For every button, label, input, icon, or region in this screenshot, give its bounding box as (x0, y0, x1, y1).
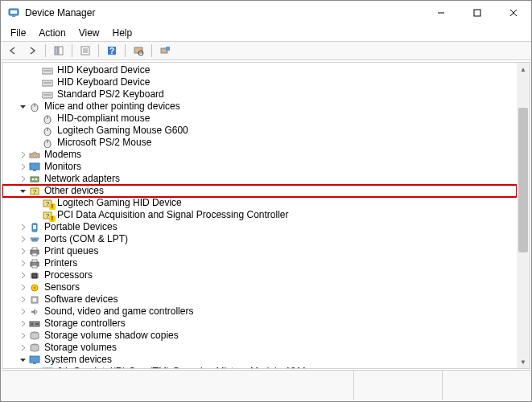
window-title: Device Manager (25, 7, 95, 18)
svg-rect-55 (32, 265, 37, 268)
chevron-right-icon[interactable] (17, 258, 28, 269)
tree-category-system-devices[interactable]: System devices (2, 354, 517, 366)
menu-action[interactable]: Action (32, 26, 72, 40)
sound-icon (28, 306, 41, 318)
tree-item-pci-data-acq[interactable]: ? PCI Data Acquisition and Signal Proces… (2, 209, 517, 221)
toolbar-separator (45, 44, 46, 57)
show-hide-tree-button[interactable] (50, 43, 68, 59)
toolbar-separator (151, 44, 152, 57)
minimize-button[interactable] (423, 1, 459, 25)
mouse-icon (28, 101, 41, 113)
titlebar: Device Manager (1, 1, 531, 25)
forward-button[interactable] (23, 43, 41, 59)
chevron-down-icon[interactable] (17, 101, 28, 113)
add-legacy-hardware-button[interactable] (156, 43, 174, 59)
svg-rect-66 (33, 298, 36, 302)
device-tree[interactable]: HID Keyboard Device HID Keyboard Device … (2, 63, 517, 368)
svg-rect-69 (35, 323, 39, 325)
tree-item-logitech-g600[interactable]: Logitech Gaming Mouse G600 (2, 125, 517, 137)
tree-item-label: Network adapters (44, 173, 120, 185)
scroll-thumb[interactable] (518, 108, 528, 252)
unknown-device-icon: ? (41, 210, 54, 221)
keyboard-icon (41, 65, 54, 76)
tree-item-hid-keyboard[interactable]: HID Keyboard Device (2, 76, 517, 88)
chevron-right-icon[interactable] (17, 294, 28, 306)
svg-rect-52 (32, 253, 37, 256)
chevron-right-icon[interactable] (17, 306, 28, 318)
chevron-right-icon[interactable] (17, 246, 28, 257)
tree-item-hid-keyboard[interactable]: HID Keyboard Device (2, 64, 517, 76)
tree-category-print-queues[interactable]: Print queues (2, 245, 517, 257)
tree-category-monitors[interactable]: Monitors (2, 161, 517, 173)
tree-item-logitech-hid[interactable]: ? Logitech Gaming HID Device (2, 197, 517, 209)
tree-item-label: Storage volume shadow copies (44, 330, 179, 342)
chevron-right-icon[interactable] (17, 282, 28, 293)
modem-icon (28, 150, 41, 161)
printer-icon (28, 246, 41, 257)
chevron-right-icon[interactable] (17, 318, 28, 330)
tree-category-ports[interactable]: Ports (COM & LPT) (2, 233, 517, 245)
tree-category-printers[interactable]: Printers (2, 257, 517, 269)
tree-category-processors[interactable]: Processors (2, 269, 517, 281)
scan-hardware-button[interactable] (130, 43, 147, 59)
chevron-right-icon[interactable] (17, 222, 28, 233)
vertical-scrollbar[interactable]: ▲ ▼ (517, 63, 530, 368)
menu-help[interactable]: Help (106, 26, 139, 40)
monitor-icon (28, 162, 41, 173)
menu-file[interactable]: File (4, 26, 32, 40)
svg-rect-46 (33, 225, 36, 229)
chevron-right-icon[interactable] (17, 162, 28, 173)
chevron-right-icon[interactable] (17, 343, 28, 354)
tree-item-intel-gmm[interactable]: 6th Gen Intel(R) Core(TM) Gaussian Mixtu… (2, 366, 517, 368)
tree-item-hid-mouse[interactable]: HID-compliant mouse (2, 113, 517, 125)
tree-item-ms-ps2-mouse[interactable]: Microsoft PS/2 Mouse (2, 137, 517, 149)
svg-rect-74 (43, 368, 52, 369)
tree-item-label: Sensors (44, 281, 80, 293)
svg-rect-37 (32, 178, 34, 180)
svg-rect-54 (32, 260, 37, 262)
chevron-down-icon[interactable] (17, 355, 28, 366)
tree-category-software-devices[interactable]: Software devices (2, 293, 517, 306)
svg-rect-38 (35, 178, 37, 180)
svg-point-68 (31, 322, 34, 325)
tree-category-modems[interactable]: Modems (2, 149, 517, 161)
scroll-track[interactable] (517, 76, 530, 355)
chevron-right-icon[interactable] (17, 270, 28, 281)
svg-rect-35 (33, 170, 36, 171)
chevron-right-icon[interactable] (17, 330, 28, 342)
toolbar-separator (72, 44, 72, 57)
tree-item-label: Ports (COM & LPT) (44, 233, 128, 245)
tree-category-storage-volumes[interactable]: Storage volumes (2, 342, 517, 354)
tree-item-label: Storage controllers (44, 318, 126, 330)
tree-item-ps2-keyboard[interactable]: Standard PS/2 Keyboard (2, 88, 517, 100)
tree-category-mice[interactable]: Mice and other pointing devices (2, 100, 517, 113)
tree-item-label: Modems (44, 149, 81, 161)
scroll-down-button[interactable]: ▼ (517, 355, 530, 368)
storage-volume-icon (28, 330, 41, 342)
scroll-up-button[interactable]: ▲ (517, 63, 530, 76)
mouse-icon (41, 125, 54, 137)
close-button[interactable] (495, 1, 531, 25)
keyboard-icon (41, 77, 54, 88)
chevron-right-icon[interactable] (17, 150, 28, 161)
tree-category-portable-devices[interactable]: Portable Devices (2, 221, 517, 233)
tree-category-network-adapters[interactable]: Network adapters (2, 173, 517, 185)
back-button[interactable] (4, 43, 22, 59)
tree-category-storage-controllers[interactable]: Storage controllers (2, 318, 517, 330)
tree-item-label: Standard PS/2 Keyboard (57, 88, 164, 100)
tree-category-sensors[interactable]: Sensors (2, 281, 517, 293)
chevron-right-icon[interactable] (17, 174, 28, 185)
svg-point-49 (35, 239, 37, 240)
tree-item-label: Mice and other pointing devices (44, 100, 180, 113)
help-button[interactable]: ? (103, 43, 121, 59)
tree-category-sound-video-game[interactable]: Sound, video and game controllers (2, 306, 517, 318)
status-cell (443, 371, 530, 400)
tree-category-other-devices[interactable]: ? Other devices (2, 185, 517, 197)
menu-view[interactable]: View (72, 26, 106, 40)
maximize-button[interactable] (459, 1, 495, 25)
tree-category-storage-vol-shadow[interactable]: Storage volume shadow copies (2, 330, 517, 342)
properties-button[interactable] (76, 43, 94, 59)
chevron-right-icon[interactable] (17, 234, 28, 245)
chevron-down-icon[interactable] (17, 186, 28, 197)
svg-text:?: ? (109, 47, 114, 55)
